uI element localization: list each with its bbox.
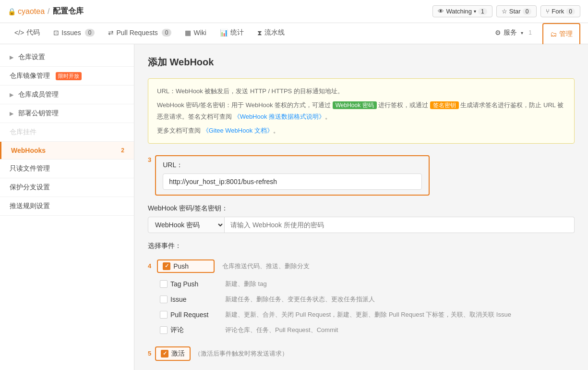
issue-label: Issue [170, 296, 186, 303]
stats-icon: 📊 [220, 29, 228, 37]
services-icon: ⚙ [495, 29, 501, 37]
comment-checkbox-label[interactable]: 评论 [160, 326, 217, 334]
issue-checkbox-label[interactable]: Issue [160, 296, 217, 303]
pull-request-desc: 新建、更新、合并、关闭 Pull Request，新建、更新、删除 Pull R… [225, 310, 511, 319]
sidebar-section-6: WebHooks 2 [0, 142, 134, 160]
step-5-num: 5 [148, 350, 151, 357]
issues-badge: 0 [85, 29, 95, 37]
push-checkbox-label[interactable]: Push [157, 259, 215, 273]
secret-group: WebHook 密码/签名密钥： WebHook 密码 签名密钥 [148, 204, 575, 233]
top-bar-right: 👁 Watching ▾ 1 ☆ Star 0 ⑂ Fork 0 [432, 5, 580, 17]
tag-push-desc: 新建、删除 tag [225, 280, 267, 288]
sidebar-item-deploy-keys[interactable]: ▶ 部署公钥管理 [0, 104, 134, 123]
watch-dropdown-icon: ▾ [474, 9, 476, 14]
pull-request-checkbox-label[interactable]: Pull Request [160, 311, 217, 319]
tab-pulls-label: Pull Requests [116, 29, 157, 37]
repo-title: 🔒 cyaotea / 配置仓库 [8, 6, 84, 16]
watch-button[interactable]: 👁 Watching ▾ 1 [432, 5, 492, 17]
sidebar-item-readonly-files[interactable]: 只读文件管理 [0, 160, 134, 178]
form-container: 3 URL： http://your_host_ip:8001/bus-refr… [148, 155, 575, 370]
tab-pipeline[interactable]: ⧗ 流水线 [251, 23, 291, 44]
pipeline-icon: ⧗ [257, 29, 262, 37]
push-checkbox[interactable] [163, 262, 170, 270]
wiki-icon: ▦ [185, 29, 191, 37]
activate-row: 5 激活 （激活后事件触发时将发送请求） [148, 346, 575, 361]
issue-checkbox[interactable] [160, 296, 168, 303]
tab-issues[interactable]: ⊡ Issues 0 [47, 23, 101, 44]
secret-input[interactable] [225, 217, 575, 233]
star-icon: ☆ [502, 8, 507, 15]
tab-pulls[interactable]: ⇄ Pull Requests 0 [101, 23, 178, 44]
services-dropdown-icon: ▾ [521, 30, 523, 36]
sidebar-item-plugins: 仓库挂件 [0, 123, 134, 141]
step-1-num: 1 [528, 29, 532, 36]
sidebar-item-repo-settings[interactable]: ▶ 仓库设置 [0, 48, 134, 66]
sidebar-item-webhooks[interactable]: WebHooks 2 [0, 142, 134, 159]
sidebar-label-deploy-keys: 部署公钥管理 [18, 109, 59, 118]
arrow-icon-2: ▶ [10, 92, 13, 98]
lock-icon: 🔒 [8, 8, 16, 15]
comment-label: 评论 [170, 326, 184, 334]
watch-count: 1 [478, 8, 487, 15]
sidebar-item-repo-members[interactable]: ▶ 仓库成员管理 [0, 86, 134, 104]
user-link[interactable]: cyaotea [18, 7, 45, 16]
fork-label: Fork [552, 8, 564, 15]
comment-checkbox[interactable] [160, 326, 168, 334]
sidebar-label-plugins: 仓库挂件 [10, 128, 36, 136]
event-row-issue: Issue 新建任务、删除任务、变更任务状态、更改任务指派人 [148, 292, 575, 307]
step-4-num: 4 [148, 262, 151, 270]
url-field-section: URL： http://your_host_ip:8001/bus-refres… [155, 155, 430, 196]
page-title: 添加 WebHook [148, 56, 575, 69]
info-box: URL：WebHook 被触发后，发送 HTTP / HTTPS 的目标通知地址… [148, 78, 575, 144]
separator: / [48, 7, 49, 16]
tab-stats-label: 统计 [230, 28, 244, 37]
format-docs-link[interactable]: 《WebHook 推送数据格式说明》 [234, 113, 325, 120]
sidebar-section-8: 保护分支设置 [0, 178, 134, 197]
url-section-row: 3 URL： http://your_host_ip:8001/bus-refr… [148, 155, 575, 196]
star-count: 0 [523, 8, 532, 15]
tab-stats[interactable]: 📊 统计 [213, 23, 251, 44]
code-icon: </> [14, 29, 24, 37]
tab-manage[interactable]: 🗂 管理 [542, 23, 580, 44]
sidebar-label-branch-protect: 保护分支设置 [10, 183, 50, 192]
tab-wiki[interactable]: ▦ Wiki [178, 23, 213, 44]
sidebar-label-webhooks: WebHooks [11, 147, 46, 154]
url-input[interactable]: http://your_host_ip:8001/bus-refresh [163, 173, 422, 190]
pulls-icon: ⇄ [108, 29, 114, 37]
nav-tabs: </> 代码 ⊡ Issues 0 ⇄ Pull Requests 0 ▦ Wi… [0, 23, 588, 44]
pull-request-checkbox[interactable] [160, 311, 168, 319]
manage-icon: 🗂 [550, 30, 557, 38]
tag-push-label: Tag Push [170, 280, 198, 288]
gitee-docs-link[interactable]: 《Gitee WebHook 文档》 [203, 127, 273, 134]
tab-pipeline-label: 流水线 [264, 28, 285, 37]
tab-services[interactable]: ⚙ 服务 ▾ 1 [488, 23, 539, 44]
info-line-3: 更多文档可查阅 《Gitee WebHook 文档》。 [157, 125, 565, 136]
pull-request-label: Pull Request [170, 311, 208, 319]
activate-checkbox[interactable] [161, 350, 168, 358]
push-desc: 仓库推送代码、推送、删除分支 [222, 262, 310, 271]
issues-icon: ⊡ [53, 29, 59, 37]
event-row-pull-request: Pull Request 新建、更新、合并、关闭 Pull Request，新建… [148, 307, 575, 322]
step-2-num: 2 [121, 147, 124, 154]
eye-icon: 👁 [438, 8, 444, 15]
tag-push-checkbox[interactable] [160, 280, 168, 288]
activate-section[interactable]: 激活 [155, 346, 191, 361]
fork-count: 0 [566, 8, 575, 15]
star-button[interactable]: ☆ Star 0 [496, 5, 537, 17]
tab-code[interactable]: </> 代码 [8, 23, 47, 44]
tab-manage-label: 管理 [559, 30, 573, 38]
sidebar-item-repo-mirror[interactable]: 仓库镜像管理 限时开放 [0, 67, 134, 85]
sidebar-item-branch-protect[interactable]: 保护分支设置 [0, 178, 134, 197]
sidebar-item-push-rules[interactable]: 推送规则设置 [0, 197, 134, 215]
tab-wiki-label: Wiki [193, 29, 206, 37]
sidebar-section-3: ▶ 仓库成员管理 [0, 86, 134, 104]
event-row-comment: 评论 评论仓库、任务、Pull Request、Commit [148, 322, 575, 338]
secret-type-select[interactable]: WebHook 密码 签名密钥 [148, 217, 225, 233]
events-group: 选择事件： 4 Push 仓库推送代码、推送、删除分支 [148, 242, 575, 338]
fork-button[interactable]: ⑂ Fork 0 [540, 5, 580, 17]
sidebar-section-7: 只读文件管理 [0, 160, 134, 178]
events-list: 4 Push 仓库推送代码、推送、删除分支 Tag Push [148, 256, 575, 338]
sidebar-label-repo-settings: 仓库设置 [18, 53, 45, 62]
tag-push-checkbox-label[interactable]: Tag Push [160, 280, 217, 288]
events-label: 选择事件： [148, 242, 575, 250]
